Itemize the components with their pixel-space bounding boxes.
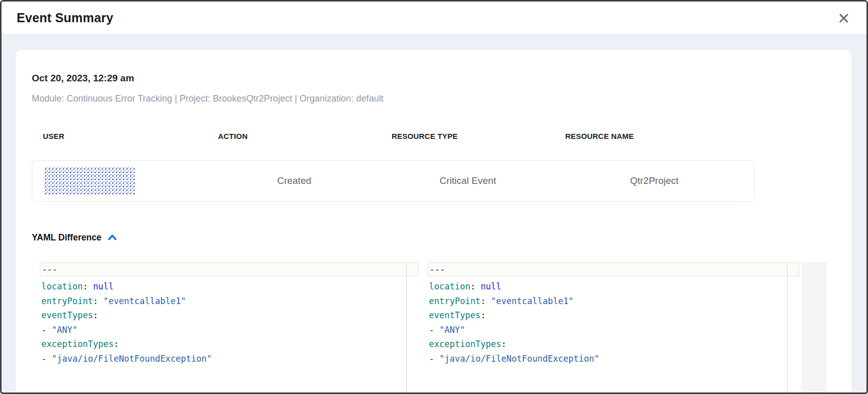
yaml-panel-before[interactable]: ---location: nullentryPoint: "eventcalla… (40, 262, 418, 394)
code-token-punct: : (470, 281, 480, 291)
scrollbar-gutter-line (406, 262, 407, 394)
close-button[interactable] (836, 11, 851, 26)
action-cell: Created (207, 175, 381, 186)
column-header-resource-type: RESOURCE TYPE (381, 132, 554, 141)
event-date: Oct 20, 2023, 12:29 am (32, 72, 835, 84)
code-token-str: "ANY" (439, 325, 465, 335)
code-line: entryPoint: "eventcallable1" (429, 294, 799, 309)
yaml-diff-container: ---location: nullentryPoint: "eventcalla… (40, 262, 835, 394)
table-row: Created Critical Event Qtr2Project (32, 160, 754, 202)
yaml-first-line: --- (40, 262, 418, 276)
code-token-key: eventTypes (41, 310, 93, 320)
column-header-action: ACTION (207, 132, 381, 141)
code-token-null: null (480, 281, 501, 291)
code-line: exceptionTypes: (41, 337, 418, 352)
code-token-str: "eventcallable1" (103, 296, 186, 306)
code-line: - "ANY" (41, 323, 418, 337)
chevron-up-icon (107, 234, 117, 241)
yaml-difference-label: YAML Difference (32, 232, 101, 243)
code-token-punct: - (429, 325, 439, 335)
yaml-code-lines: location: nullentryPoint: "eventcallable… (40, 276, 418, 366)
code-token-punct: --- (42, 264, 58, 274)
code-token-key: entryPoint (429, 296, 480, 306)
scrollbar-track[interactable] (801, 262, 827, 394)
column-header-user: USER (32, 132, 207, 141)
code-line: - "java/io/FileNotFoundException" (41, 352, 418, 366)
resource-type-cell: Critical Event (381, 175, 555, 186)
code-token-punct: : (93, 310, 98, 320)
code-token-punct: --- (429, 264, 445, 274)
code-token-key: eventTypes (429, 310, 480, 320)
event-meta: Module: Continuous Error Tracking | Proj… (32, 92, 835, 105)
code-token-key: location (429, 281, 470, 291)
code-line: entryPoint: "eventcallable1" (41, 294, 418, 309)
code-token-str: "java/io/FileNotFoundException" (439, 354, 599, 364)
event-summary-modal: Event Summary Oct 20, 2023, 12:29 am Mod… (0, 0, 868, 394)
modal-body: Oct 20, 2023, 12:29 am Module: Continuou… (2, 35, 866, 392)
audit-table: USERACTIONRESOURCE TYPERESOURCE NAME Cre… (32, 132, 754, 202)
event-card: Oct 20, 2023, 12:29 am Module: Continuou… (16, 50, 851, 394)
code-token-key: exceptionTypes (41, 339, 114, 349)
code-token-key: exceptionTypes (429, 339, 501, 349)
yaml-first-line: --- (427, 262, 799, 276)
code-token-str: "ANY" (51, 325, 77, 335)
resource-name-cell: Qtr2Project (555, 175, 754, 186)
code-token-punct: - (41, 325, 51, 335)
code-token-punct: : (93, 296, 103, 306)
code-token-key: entryPoint (41, 296, 93, 306)
code-line: - "java/io/FileNotFoundException" (429, 352, 799, 366)
code-line: location: null (429, 279, 799, 294)
scrollbar-gutter-line (787, 262, 788, 394)
code-token-punct: : (480, 296, 491, 306)
table-header-row: USERACTIONRESOURCE TYPERESOURCE NAME (32, 132, 754, 141)
code-token-punct: : (114, 339, 119, 349)
code-line: location: null (41, 279, 418, 294)
yaml-difference-header: YAML Difference (32, 232, 835, 243)
yaml-code-lines: location: nullentryPoint: "eventcallable… (427, 276, 799, 366)
code-token-punct: : (83, 281, 93, 291)
code-token-punct: - (41, 354, 51, 364)
code-line: eventTypes: (429, 308, 799, 323)
code-line: - "ANY" (429, 323, 799, 337)
column-header-resource-name: RESOURCE NAME (554, 132, 754, 141)
code-token-str: "java/io/FileNotFoundException" (51, 354, 211, 364)
code-token-str: "eventcallable1" (491, 296, 574, 306)
code-token-punct: : (501, 339, 506, 349)
yaml-panel-after[interactable]: ---location: nullentryPoint: "eventcalla… (427, 262, 799, 394)
user-redacted-pattern (44, 167, 135, 194)
code-token-key: location (41, 281, 83, 291)
close-icon (838, 13, 849, 24)
page-title: Event Summary (17, 11, 114, 25)
code-line: exceptionTypes: (429, 337, 799, 352)
code-token-null: null (93, 281, 114, 291)
code-token-punct: : (480, 310, 485, 320)
code-line: eventTypes: (41, 308, 418, 323)
user-cell (32, 167, 207, 194)
code-token-punct: - (429, 354, 439, 364)
collapse-toggle-button[interactable] (106, 233, 118, 242)
modal-header: Event Summary (2, 2, 866, 35)
